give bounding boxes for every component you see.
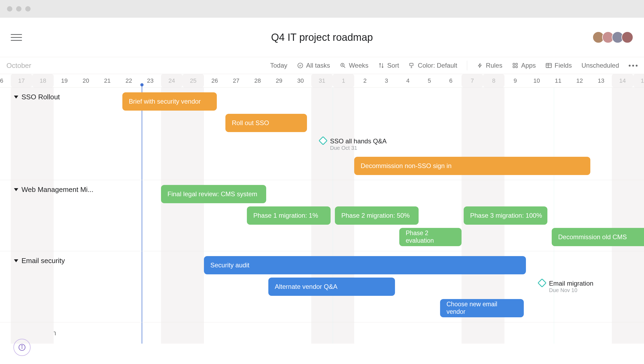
- unscheduled-button[interactable]: Unscheduled: [581, 62, 619, 69]
- timeline-row: Roll out SSO: [0, 112, 644, 134]
- date-header-cell: 5: [419, 74, 440, 87]
- task-bar[interactable]: Decommission non-SSO sign in: [354, 157, 590, 175]
- diamond-icon: [319, 136, 328, 145]
- svg-line-2: [344, 66, 345, 68]
- more-icon[interactable]: [629, 65, 638, 67]
- timeline-row: Choose new email vendor: [0, 297, 644, 319]
- color-button[interactable]: Color: Default: [409, 62, 457, 69]
- task-bar[interactable]: Phase 2 evaluation: [399, 228, 462, 246]
- zoom-icon: [340, 62, 346, 69]
- app-header: Q4 IT project roadmap: [0, 18, 644, 57]
- menu-icon[interactable]: [11, 32, 22, 43]
- date-header-cell: 22: [118, 74, 140, 87]
- date-header-cell: 1: [333, 74, 354, 87]
- task-bar[interactable]: Security audit: [204, 256, 526, 274]
- traffic-light-minimize[interactable]: [16, 6, 21, 12]
- today-button[interactable]: Today: [270, 62, 287, 69]
- section-header[interactable]: Email security: [14, 257, 65, 265]
- svg-rect-8: [513, 66, 515, 68]
- task-bar[interactable]: Phase 3 migration: 100%: [464, 206, 547, 225]
- fields-icon: [546, 62, 552, 69]
- task-bar[interactable]: Decommission old CMS: [552, 228, 644, 246]
- add-section-button[interactable]: + Add section: [0, 322, 644, 344]
- date-header-cell: 8: [483, 74, 504, 87]
- avatar[interactable]: [621, 31, 633, 43]
- timeline-section: SSO RolloutBrief with security vendorRol…: [0, 88, 644, 180]
- apps-button[interactable]: Apps: [512, 62, 536, 69]
- svg-rect-5: [410, 63, 413, 66]
- filter-all-tasks[interactable]: All tasks: [297, 62, 330, 69]
- svg-rect-6: [513, 63, 515, 65]
- task-bar[interactable]: Choose new email vendor: [440, 299, 524, 317]
- date-header-cell: 26: [204, 74, 225, 87]
- section-header[interactable]: SSO Rollout: [14, 93, 60, 101]
- timeline-row: Brief with security vendor: [0, 91, 644, 112]
- collaborator-avatars[interactable]: [595, 31, 633, 43]
- apps-icon: [512, 62, 518, 69]
- date-header-cell: 27: [225, 74, 247, 87]
- task-bar[interactable]: Roll out SSO: [225, 114, 307, 132]
- timeline-row: Security audit: [0, 254, 644, 276]
- date-header-cell: 12: [569, 74, 590, 87]
- date-header-cell: 23: [140, 74, 161, 87]
- date-header-cell: 4: [397, 74, 419, 87]
- timeline-section: Email securitySecurity auditAlternate ve…: [0, 251, 644, 322]
- date-header-cell: 17: [11, 74, 32, 87]
- milestone-due: Due Nov 10: [549, 287, 593, 293]
- rules-button[interactable]: Rules: [477, 62, 502, 69]
- date-header-cell: 28: [247, 74, 268, 87]
- task-bar[interactable]: Brief with security vendor: [122, 92, 217, 111]
- milestone-title: SSO all hands Q&A: [330, 137, 387, 145]
- window-titlebar: [0, 0, 644, 18]
- date-header-cell: 19: [54, 74, 75, 87]
- task-bar[interactable]: Final legal review: CMS system: [161, 185, 266, 203]
- zoom-weeks[interactable]: Weeks: [340, 62, 368, 69]
- section-header[interactable]: Web Management Mi...: [14, 185, 93, 194]
- date-header-cell: 3: [376, 74, 397, 87]
- date-header-cell: 7: [462, 74, 483, 87]
- milestone-due: Due Oct 31: [330, 145, 387, 151]
- date-header-cell: 14: [612, 74, 633, 87]
- milestone[interactable]: SSO all hands Q&ADue Oct 31: [320, 137, 387, 151]
- task-bar[interactable]: Phase 1 migration: 1%: [247, 206, 331, 225]
- timeline-row: Decommission non-SSO sign in: [0, 155, 644, 177]
- timeline-section: Web Management Mi...Final legal review: …: [0, 180, 644, 251]
- svg-rect-7: [516, 63, 517, 65]
- timeline-date-header: 1617181920212223242526272829303112345678…: [0, 74, 644, 88]
- info-fab[interactable]: [13, 339, 31, 356]
- date-header-cell: 10: [526, 74, 547, 87]
- milestone[interactable]: Email migrationDue Nov 10: [539, 280, 593, 293]
- date-header-cell: 20: [75, 74, 97, 87]
- timeline-row: Phase 2 evaluationDecommission old CMS: [0, 226, 644, 248]
- date-header-cell: 11: [547, 74, 569, 87]
- caret-down-icon: [14, 188, 18, 191]
- date-header-cell: 24: [161, 74, 182, 87]
- date-header-cell: 6: [440, 74, 462, 87]
- month-label: October: [6, 61, 31, 70]
- svg-rect-10: [546, 63, 551, 68]
- date-header-cell: 30: [290, 74, 311, 87]
- date-header-cell: 31: [311, 74, 333, 87]
- date-header-cell: 21: [97, 74, 118, 87]
- timeline-toolbar: October Today All tasks Weeks Sort Color…: [0, 57, 644, 74]
- sort-button[interactable]: Sort: [378, 62, 399, 69]
- task-bar[interactable]: Alternate vendor Q&A: [268, 278, 395, 296]
- section-title: Web Management Mi...: [21, 185, 93, 194]
- date-header-cell: 15: [633, 74, 644, 87]
- milestone-title: Email migration: [549, 280, 593, 287]
- date-header-cell: 18: [32, 74, 54, 87]
- date-header-cell: 25: [182, 74, 204, 87]
- date-header-cell: 13: [590, 74, 612, 87]
- task-bar[interactable]: Phase 2 migration: 50%: [335, 206, 419, 225]
- caret-down-icon: [14, 259, 18, 262]
- timeline-row: Alternate vendor Q&AEmail migrationDue N…: [0, 276, 644, 297]
- lightning-icon: [477, 62, 483, 69]
- diamond-icon: [537, 278, 547, 287]
- divider: [467, 61, 467, 70]
- traffic-light-close[interactable]: [7, 6, 12, 12]
- fields-button[interactable]: Fields: [546, 62, 572, 69]
- page-title: Q4 IT project roadmap: [271, 32, 373, 43]
- sort-icon: [378, 62, 385, 69]
- date-header-cell: 16: [0, 74, 11, 87]
- traffic-light-zoom[interactable]: [25, 6, 31, 12]
